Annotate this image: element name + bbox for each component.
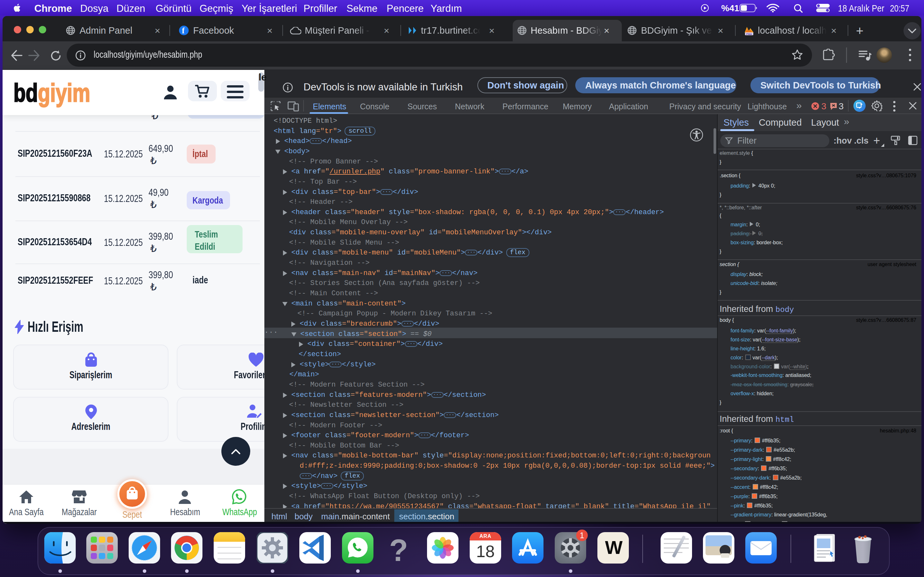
svg-text:PMA: PMA	[746, 33, 752, 35]
